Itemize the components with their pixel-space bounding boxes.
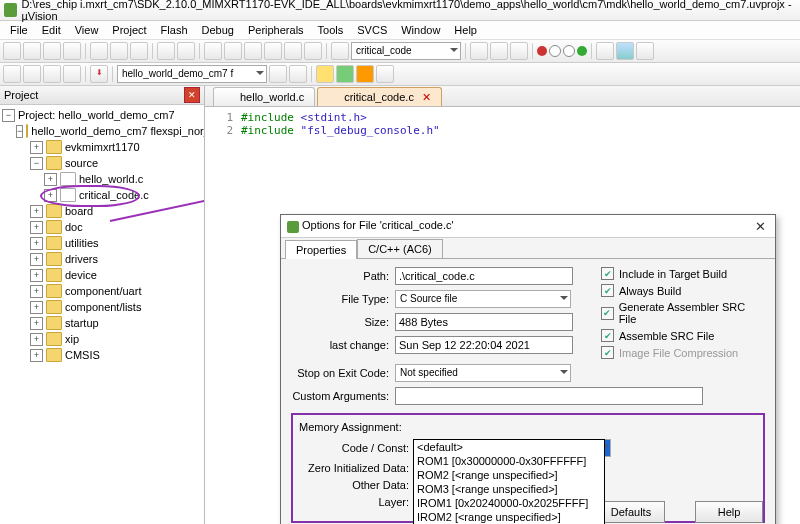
debug-icon[interactable] bbox=[470, 42, 488, 60]
help-button[interactable]: Help bbox=[695, 501, 763, 523]
expander-icon[interactable]: + bbox=[44, 189, 57, 202]
buildall-icon[interactable] bbox=[43, 65, 61, 83]
panel-close-icon[interactable]: ✕ bbox=[184, 87, 200, 103]
checkbox-include[interactable]: ✔ bbox=[601, 267, 614, 280]
checkbox-genasm[interactable]: ✔ bbox=[601, 307, 614, 320]
breakpoint-icon[interactable] bbox=[490, 42, 508, 60]
tree-folder[interactable]: startup bbox=[65, 317, 99, 329]
tree-folder[interactable]: CMSIS bbox=[65, 349, 100, 361]
menu-debug[interactable]: Debug bbox=[196, 23, 240, 37]
dialog-tab-cc[interactable]: C/C++ (AC6) bbox=[357, 239, 443, 258]
manage-icon[interactable] bbox=[376, 65, 394, 83]
tree-folder[interactable]: source bbox=[65, 157, 98, 169]
dropdown-option[interactable]: IROM1 [0x20240000-0x2025FFFF] bbox=[414, 496, 604, 510]
indent-icon[interactable] bbox=[204, 42, 222, 60]
filetype-combo[interactable]: C Source file bbox=[395, 290, 571, 308]
menu-file[interactable]: File bbox=[4, 23, 34, 37]
tree-folder[interactable]: doc bbox=[65, 221, 83, 233]
run-icon[interactable] bbox=[577, 46, 587, 56]
expander-icon[interactable]: + bbox=[30, 237, 43, 250]
defaults-button[interactable]: Defaults bbox=[597, 501, 665, 523]
expander-icon[interactable]: − bbox=[2, 109, 15, 122]
dropdown-option[interactable]: <default> bbox=[414, 440, 604, 454]
find-combo[interactable]: critical_code bbox=[351, 42, 461, 60]
menu-svcs[interactable]: SVCS bbox=[351, 23, 393, 37]
tree-folder[interactable]: component/uart bbox=[65, 285, 141, 297]
expander-icon[interactable]: + bbox=[30, 221, 43, 234]
expander-icon[interactable]: + bbox=[44, 173, 57, 186]
outdent-icon[interactable] bbox=[224, 42, 242, 60]
editor-tab-active[interactable]: critical_code.c✕ bbox=[317, 87, 442, 106]
tree-folder[interactable]: drivers bbox=[65, 253, 98, 265]
checkbox-always[interactable]: ✔ bbox=[601, 284, 614, 297]
path-field[interactable] bbox=[395, 267, 573, 285]
config-wiz-icon[interactable] bbox=[356, 65, 374, 83]
target-manage-icon[interactable] bbox=[289, 65, 307, 83]
expander-icon[interactable]: + bbox=[30, 141, 43, 154]
expander-icon[interactable]: + bbox=[30, 317, 43, 330]
dropdown-option[interactable]: ROM2 [<range unspecified>] bbox=[414, 468, 604, 482]
target-opts-icon[interactable] bbox=[269, 65, 287, 83]
bookmark-clear-icon[interactable] bbox=[304, 42, 322, 60]
undo-icon[interactable] bbox=[157, 42, 175, 60]
find-icon[interactable] bbox=[331, 42, 349, 60]
menu-flash[interactable]: Flash bbox=[155, 23, 194, 37]
menu-tools[interactable]: Tools bbox=[312, 23, 350, 37]
tree-folder[interactable]: component/lists bbox=[65, 301, 141, 313]
redo-icon[interactable] bbox=[177, 42, 195, 60]
codeconst-dropdown[interactable]: <default> ROM1 [0x30000000-0x30FFFFFF] R… bbox=[413, 439, 605, 524]
menu-help[interactable]: Help bbox=[448, 23, 483, 37]
dialog-close-icon[interactable]: ✕ bbox=[751, 218, 769, 234]
batch-icon[interactable] bbox=[63, 65, 81, 83]
expander-icon[interactable]: − bbox=[16, 125, 23, 138]
dialog-tab-properties[interactable]: Properties bbox=[285, 240, 357, 259]
download-icon[interactable]: ⬇ bbox=[90, 65, 108, 83]
close-icon[interactable]: ✕ bbox=[422, 91, 431, 104]
stopexit-combo[interactable]: Not specified bbox=[395, 364, 571, 382]
window-icon[interactable] bbox=[596, 42, 614, 60]
expander-icon[interactable]: − bbox=[30, 157, 43, 170]
bookmark-next-icon[interactable] bbox=[284, 42, 302, 60]
project-tree[interactable]: −Project: hello_world_demo_cm7 −hello_wo… bbox=[0, 105, 204, 524]
tree-file[interactable]: hello_world.c bbox=[79, 173, 143, 185]
paste-icon[interactable] bbox=[130, 42, 148, 60]
dropdown-option[interactable]: IROM2 [<range unspecified>] bbox=[414, 510, 604, 524]
bookmark-prev-icon[interactable] bbox=[264, 42, 282, 60]
code-editor[interactable]: 1#include <stdint.h> 2#include "fsl_debu… bbox=[205, 107, 800, 141]
bookmark-icon[interactable] bbox=[244, 42, 262, 60]
menu-view[interactable]: View bbox=[69, 23, 105, 37]
expander-icon[interactable]: + bbox=[30, 205, 43, 218]
menu-window[interactable]: Window bbox=[395, 23, 446, 37]
editor-tab[interactable]: hello_world.c bbox=[213, 87, 315, 106]
tree-folder[interactable]: evkmimxrt1170 bbox=[65, 141, 140, 153]
tree-folder[interactable]: xip bbox=[65, 333, 79, 345]
expander-icon[interactable]: + bbox=[30, 349, 43, 362]
rte-icon[interactable] bbox=[336, 65, 354, 83]
build-icon[interactable] bbox=[3, 65, 21, 83]
record-icon[interactable] bbox=[537, 46, 547, 56]
custom-field[interactable] bbox=[395, 387, 703, 405]
wrench-icon[interactable] bbox=[636, 42, 654, 60]
expander-icon[interactable]: + bbox=[30, 269, 43, 282]
expander-icon[interactable]: + bbox=[30, 285, 43, 298]
target-node[interactable]: hello_world_demo_cm7 flexspi_nor_debug bbox=[31, 125, 204, 137]
dropdown-option[interactable]: ROM1 [0x30000000-0x30FFFFFF] bbox=[414, 454, 604, 468]
stop-icon[interactable] bbox=[549, 45, 561, 57]
dropdown-option[interactable]: ROM3 [<range unspecified>] bbox=[414, 482, 604, 496]
saveall-icon[interactable] bbox=[63, 42, 81, 60]
cut-icon[interactable] bbox=[90, 42, 108, 60]
tree-folder[interactable]: utilities bbox=[65, 237, 99, 249]
tree-folder[interactable]: device bbox=[65, 269, 97, 281]
tree-file-critical[interactable]: critical_code.c bbox=[79, 189, 149, 201]
new-icon[interactable] bbox=[3, 42, 21, 60]
menu-peripherals[interactable]: Peripherals bbox=[242, 23, 310, 37]
config-icon[interactable] bbox=[510, 42, 528, 60]
rebuild-icon[interactable] bbox=[23, 65, 41, 83]
view-icon[interactable] bbox=[616, 42, 634, 60]
menu-project[interactable]: Project bbox=[106, 23, 152, 37]
pack-icon[interactable] bbox=[316, 65, 334, 83]
expander-icon[interactable]: + bbox=[30, 333, 43, 346]
expander-icon[interactable]: + bbox=[30, 253, 43, 266]
menu-edit[interactable]: Edit bbox=[36, 23, 67, 37]
checkbox-asmsrc[interactable]: ✔ bbox=[601, 329, 614, 342]
